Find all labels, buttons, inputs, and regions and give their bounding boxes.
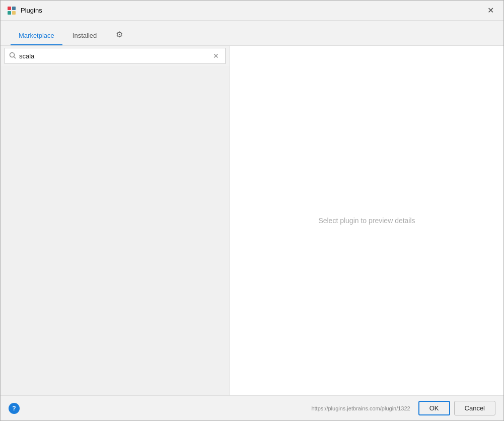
settings-button[interactable]: ⚙ (112, 26, 127, 43)
cancel-button[interactable]: Cancel (454, 401, 495, 415)
plugin-list (1, 66, 230, 395)
svg-point-4 (10, 52, 15, 57)
close-button[interactable]: ✕ (483, 4, 497, 18)
ok-button[interactable]: OK (418, 401, 450, 415)
svg-rect-2 (8, 11, 11, 15)
tab-marketplace[interactable]: Marketplace (11, 27, 62, 45)
status-url: https://plugins.jetbrains.com/plugin/132… (311, 405, 410, 411)
search-input[interactable] (19, 52, 211, 60)
title-bar: Plugins ✕ (1, 1, 503, 21)
svg-rect-1 (12, 7, 16, 10)
search-container: ✕ (5, 48, 226, 64)
action-buttons: OK Cancel (418, 401, 495, 415)
main-content: ✕ Select plugin to preview details (1, 46, 503, 395)
left-panel: ✕ (1, 46, 230, 395)
svg-rect-0 (8, 7, 11, 10)
preview-placeholder: Select plugin to preview details (318, 217, 415, 225)
window-title: Plugins (21, 7, 483, 14)
tab-bar: Marketplace Installed ⚙ (1, 21, 503, 46)
help-button[interactable]: ? (9, 403, 20, 414)
gear-icon: ⚙ (116, 30, 123, 39)
plugins-icon (7, 6, 17, 16)
search-icon (9, 52, 16, 60)
bottom-bar: ? https://plugins.jetbrains.com/plugin/1… (1, 395, 503, 420)
plugins-window: Plugins ✕ Marketplace Installed ⚙ ✕ (0, 0, 504, 421)
svg-rect-3 (12, 11, 16, 15)
svg-line-5 (14, 56, 16, 58)
tab-installed[interactable]: Installed (64, 27, 105, 45)
right-panel: Select plugin to preview details (230, 46, 503, 395)
clear-search-button[interactable]: ✕ (211, 51, 221, 61)
